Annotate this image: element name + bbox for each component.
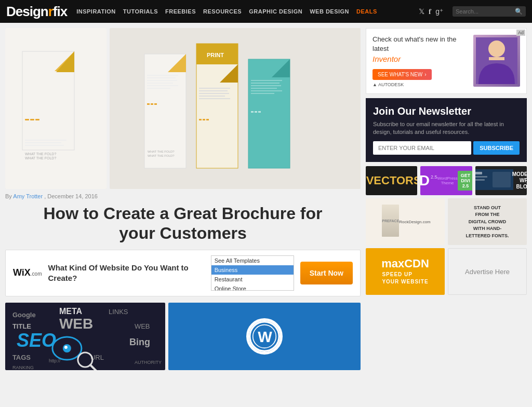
wix-option-restaurant[interactable]: Restaurant xyxy=(211,275,294,284)
svg-point-62 xyxy=(64,346,68,349)
svg-rect-19 xyxy=(147,103,150,105)
newsletter-title: Join Our Newsletter xyxy=(373,105,520,117)
nav-resources[interactable]: RESOURCES xyxy=(203,8,242,15)
ad-person-image xyxy=(473,35,520,87)
ad-content: Check out what's new in the latest Inven… xyxy=(373,35,520,87)
envelope-illustration: WHAT THE FOLD? WHAT THE FOLD? xyxy=(5,28,107,189)
svg-rect-15 xyxy=(147,80,177,81)
svg-rect-40 xyxy=(251,85,281,86)
social-links: 𝕏 𝐟 g⁺ xyxy=(419,7,443,16)
brochure-svg-left: WHAT THE FOLD? WHAT THE FOLD? xyxy=(7,31,105,186)
wix-start-button[interactable]: Start Now xyxy=(300,262,353,284)
autodesk-logo: ▲ AUTODESK xyxy=(373,82,468,87)
newsletter-email-input[interactable] xyxy=(373,141,471,155)
svg-rect-32 xyxy=(199,98,230,99)
svg-text:WHAT THE FOLD?: WHAT THE FOLD? xyxy=(25,152,56,156)
divi-d-icon: D xyxy=(420,173,430,188)
brochures-illustration: WHAT THE FOLD? WHAT THE FOLD? PRINT xyxy=(110,28,361,189)
wp-blog-banner[interactable]: MODERN WP BLOG xyxy=(475,166,527,195)
svg-rect-16 xyxy=(147,83,173,84)
search-box[interactable]: 🔍 xyxy=(453,6,526,17)
wp-blog-preview xyxy=(475,169,512,190)
logo-fix: fix xyxy=(53,4,67,19)
svg-rect-41 xyxy=(251,88,277,89)
svg-text:Bing: Bing xyxy=(129,337,150,347)
nav-deals[interactable]: DEALS xyxy=(356,8,377,15)
handlettered-banner[interactable]: STAND OUTFROM THEDIGITAL CROWDWITH HAND-… xyxy=(448,198,527,245)
nav-inspiration[interactable]: INSPIRATION xyxy=(76,8,116,15)
svg-text:WHAT THE FOLD?: WHAT THE FOLD? xyxy=(148,154,175,157)
banner-row-1: FREE VECTORS Search Now 🔍 D 2.5 WordPres… xyxy=(366,166,527,195)
inventor-label: Inventor xyxy=(373,55,401,63)
svg-rect-14 xyxy=(147,77,176,78)
autodesk-ad: Ad Check out what's new in the latest In… xyxy=(366,28,527,94)
svg-rect-42 xyxy=(251,90,282,91)
wordpress-image: W xyxy=(168,303,361,370)
wix-option-business[interactable]: Business xyxy=(211,265,294,275)
wix-logo: WiX.com xyxy=(13,267,42,278)
svg-rect-43 xyxy=(251,93,274,94)
rockdesign-banner[interactable]: PREFACE RockDesign.com xyxy=(366,198,445,245)
svg-rect-13 xyxy=(147,75,178,76)
advertise-here-banner[interactable]: Advertise Here xyxy=(448,248,527,295)
svg-rect-34 xyxy=(203,119,205,120)
author-line: By Amy Trotter , December 14, 2016 xyxy=(5,193,361,199)
divi-label: WordPress Theme xyxy=(437,176,457,185)
logo-r: r xyxy=(48,4,53,19)
svg-rect-76 xyxy=(475,179,485,181)
wix-question: What Kind Of Website Do You Want to Crea… xyxy=(48,263,205,283)
nav-tutorials[interactable]: TUTORIALS xyxy=(123,8,158,15)
maxcdn-banner[interactable]: maxCDN SPEED UPYOUR WEBSITE xyxy=(366,248,445,295)
rockdesign-domain: RockDesign.com xyxy=(399,220,430,224)
svg-rect-28 xyxy=(199,88,230,89)
svg-rect-38 xyxy=(251,80,282,81)
svg-text:AUTHORITY: AUTHORITY xyxy=(135,360,162,365)
rockdesign-books: PREFACE xyxy=(380,205,399,237)
article-title: How to Create a Great Brochure for your … xyxy=(5,204,361,243)
ad-badge: Ad xyxy=(516,30,525,36)
svg-rect-72 xyxy=(489,57,504,60)
svg-rect-39 xyxy=(251,83,280,84)
svg-rect-20 xyxy=(151,103,153,105)
site-logo[interactable]: Designrfix xyxy=(6,4,67,20)
wix-option-online-store[interactable]: Online Store xyxy=(211,284,294,291)
svg-text:PRINT: PRINT xyxy=(207,52,224,58)
svg-rect-17 xyxy=(147,85,178,86)
wix-template-select[interactable]: See All Templates Business Restaurant On… xyxy=(211,255,294,291)
wix-option-all[interactable]: See All Templates xyxy=(211,256,294,265)
googleplus-icon[interactable]: g⁺ xyxy=(435,7,443,16)
free-vectors-banner[interactable]: FREE VECTORS Search Now 🔍 xyxy=(366,166,417,195)
newsletter-box: Join Our Newsletter Subscribe to our ema… xyxy=(366,98,527,162)
bottom-images: Google META LINKS TITLE WEB WEB SEO Bing… xyxy=(5,303,361,370)
svg-rect-77 xyxy=(493,172,511,187)
svg-text:TAGS: TAGS xyxy=(12,354,31,361)
sidebar: Ad Check out what's new in the latest In… xyxy=(366,28,527,370)
divi-version: 2.5 xyxy=(431,174,437,180)
svg-rect-4 xyxy=(30,119,34,120)
twitter-icon[interactable]: 𝕏 xyxy=(419,7,424,16)
svg-text:TITLE: TITLE xyxy=(12,322,31,330)
nav-graphic-design[interactable]: GRAPHIC DESIGN xyxy=(249,8,302,15)
divi-get-button[interactable]: GET DIVI 2.5 xyxy=(458,171,472,191)
nav-web-design[interactable]: WEB DESIGN xyxy=(310,8,349,15)
facebook-icon[interactable]: 𝐟 xyxy=(429,7,431,16)
main-nav: INSPIRATION TUTORIALS FREEBIES RESOURCES… xyxy=(76,8,409,15)
author-link[interactable]: Amy Trotter xyxy=(13,193,43,199)
advertise-label: Advertise Here xyxy=(465,268,510,276)
logo-design: Design xyxy=(6,4,48,19)
divi-banner[interactable]: D 2.5 WordPress Theme GET DIVI 2.5 xyxy=(420,166,472,195)
svg-rect-6 xyxy=(25,140,66,141)
wix-advertisement: WiX.com What Kind Of Website Do You Want… xyxy=(5,250,361,296)
main-content: WHAT THE FOLD? WHAT THE FOLD? xyxy=(0,23,532,375)
newsletter-subscribe-button[interactable]: SUBSCRIBE xyxy=(473,141,520,155)
divi-logo-row: D 2.5 xyxy=(420,173,437,188)
nav-freebies[interactable]: FREEBIES xyxy=(165,8,196,15)
search-input[interactable] xyxy=(456,8,513,15)
search-icon[interactable]: 🔍 xyxy=(515,8,523,15)
svg-text:WHAT THE FOLD?: WHAT THE FOLD? xyxy=(25,156,56,160)
svg-text:WHAT THE FOLD?: WHAT THE FOLD? xyxy=(148,150,175,153)
hero-images: WHAT THE FOLD? WHAT THE FOLD? xyxy=(5,28,361,189)
ad-see-button[interactable]: SEE WHAT'S NEW › xyxy=(373,69,432,80)
svg-rect-35 xyxy=(206,119,209,120)
ad-description: Check out what's new in the latest Inven… xyxy=(373,35,468,65)
